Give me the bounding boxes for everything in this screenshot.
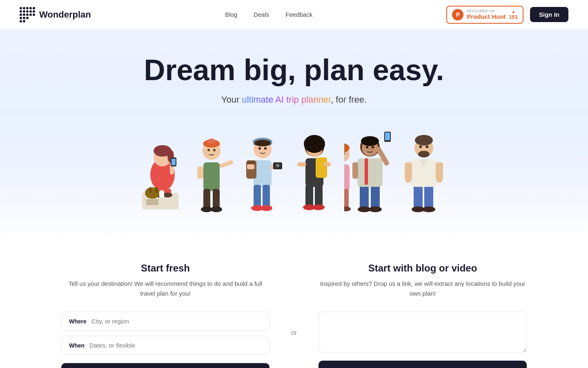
- logo-icon: [20, 7, 35, 22]
- svg-rect-45: [247, 164, 254, 169]
- product-hunt-badge[interactable]: P FEATURED ON Product Hunt ▲ 151: [446, 6, 523, 24]
- svg-rect-18: [203, 162, 220, 191]
- person-3-icon: [238, 121, 291, 215]
- svg-point-79: [344, 206, 351, 211]
- nav-blog[interactable]: Blog: [225, 11, 237, 18]
- where-label: Where: [69, 318, 87, 325]
- svg-rect-63: [371, 185, 380, 209]
- divider-text: or: [291, 329, 297, 337]
- svg-point-26: [207, 139, 216, 144]
- svg-point-46: [254, 140, 271, 146]
- svg-rect-67: [365, 158, 368, 185]
- when-input[interactable]: [89, 342, 262, 349]
- svg-point-89: [422, 206, 435, 212]
- extract-locations-button[interactable]: 💡 Extract locations & activities: [318, 361, 527, 368]
- start-fresh-title: Start fresh: [61, 263, 270, 274]
- create-trip-button[interactable]: ✦ Create a new trip: [61, 363, 270, 368]
- svg-rect-1: [146, 199, 158, 205]
- hero-section: Dream big, plan easy. Your ultimate AI t…: [0, 29, 588, 242]
- svg-rect-75: [344, 164, 350, 191]
- svg-rect-86: [414, 185, 423, 209]
- product-hunt-logo: P: [452, 9, 463, 20]
- svg-rect-19: [203, 189, 210, 209]
- ph-name: Product Hunt: [467, 13, 506, 20]
- logo-link[interactable]: Wonderplan: [20, 7, 91, 22]
- svg-rect-62: [360, 185, 369, 209]
- svg-rect-58: [297, 162, 306, 166]
- svg-point-57: [304, 135, 325, 153]
- svg-rect-28: [197, 166, 203, 179]
- ph-featured-label: FEATURED ON: [467, 9, 506, 13]
- hero-sub-prefix: Your: [221, 94, 242, 105]
- brand-name: Wonderplan: [39, 9, 91, 20]
- start-blog-panel: Start with blog or video Inspired by oth…: [306, 263, 539, 368]
- person-4-icon: [291, 121, 344, 215]
- svg-point-44: [276, 164, 279, 167]
- svg-point-29: [207, 149, 210, 151]
- svg-point-70: [361, 136, 379, 146]
- when-input-row: When: [61, 336, 270, 355]
- svg-rect-35: [263, 185, 270, 207]
- hero-subtitle: Your ultimate AI trip planner, for free.: [20, 94, 568, 105]
- svg-rect-66: [357, 158, 383, 187]
- svg-point-85: [372, 146, 374, 148]
- svg-point-30: [213, 149, 216, 151]
- idea-textarea[interactable]: [318, 312, 527, 352]
- nav-feedback[interactable]: Feedback: [285, 11, 312, 18]
- svg-rect-14: [149, 187, 151, 193]
- svg-rect-52: [315, 185, 323, 207]
- hero-sub-suffix: , for free.: [331, 94, 367, 105]
- svg-rect-15: [156, 187, 158, 193]
- ph-count: 151: [509, 14, 518, 20]
- svg-point-61: [316, 146, 318, 149]
- start-blog-desc: Inspired by others? Drop us a link, we w…: [318, 279, 527, 300]
- svg-point-21: [201, 206, 212, 212]
- person-6-icon: [401, 121, 454, 215]
- where-input-row: Where: [61, 312, 270, 331]
- svg-rect-16: [159, 191, 164, 197]
- nav-links: Blog Deals Feedback: [225, 11, 312, 18]
- svg-rect-34: [254, 185, 261, 207]
- where-input[interactable]: [91, 318, 262, 325]
- or-divider: or: [282, 263, 306, 368]
- svg-rect-17: [160, 190, 164, 192]
- person-2-icon: [187, 121, 240, 215]
- svg-rect-87: [424, 185, 433, 209]
- svg-point-84: [366, 146, 368, 148]
- svg-rect-33: [247, 162, 256, 164]
- svg-rect-51: [305, 185, 313, 207]
- svg-point-54: [312, 204, 325, 210]
- svg-point-22: [211, 206, 222, 212]
- nav-deals[interactable]: Deals: [254, 11, 269, 18]
- svg-point-97: [415, 135, 433, 146]
- svg-point-93: [405, 176, 412, 183]
- svg-point-47: [258, 147, 261, 150]
- svg-rect-74: [352, 162, 358, 179]
- svg-point-60: [310, 146, 313, 149]
- when-label: When: [69, 342, 85, 349]
- svg-point-48: [264, 147, 267, 150]
- start-blog-title: Start with blog or video: [318, 263, 527, 274]
- ph-arrow-icon: ▲: [511, 9, 515, 14]
- svg-point-94: [436, 176, 443, 183]
- hero-gradient-text: ultimate AI trip planner: [242, 94, 331, 105]
- start-fresh-desc: Tell us your destination! We will recomm…: [61, 279, 270, 300]
- start-fresh-panel: Start fresh Tell us your destination! We…: [49, 263, 282, 368]
- svg-rect-77: [344, 189, 349, 209]
- svg-rect-20: [213, 189, 220, 209]
- svg-point-37: [260, 205, 272, 211]
- svg-rect-50: [316, 157, 327, 178]
- person-5-icon: [344, 121, 401, 215]
- nav-right: P FEATURED ON Product Hunt ▲ 151 Sign In: [446, 6, 568, 24]
- sign-in-button[interactable]: Sign In: [530, 7, 568, 22]
- svg-point-98: [419, 146, 422, 148]
- svg-rect-73: [385, 132, 390, 140]
- fresh-inputs: Where When: [61, 312, 270, 355]
- svg-point-99: [426, 146, 428, 148]
- svg-point-65: [369, 206, 382, 212]
- hero-title: Dream big, plan easy.: [20, 54, 568, 86]
- svg-rect-27: [219, 160, 234, 168]
- main-content: Start fresh Tell us your destination! We…: [0, 242, 588, 368]
- svg-rect-12: [172, 159, 176, 165]
- svg-rect-59: [323, 162, 331, 166]
